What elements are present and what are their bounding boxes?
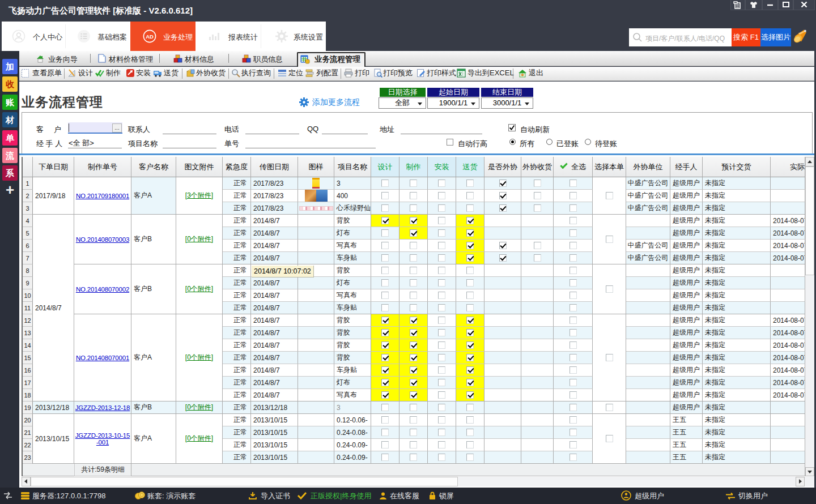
svg-text:AD: AD xyxy=(146,33,154,40)
